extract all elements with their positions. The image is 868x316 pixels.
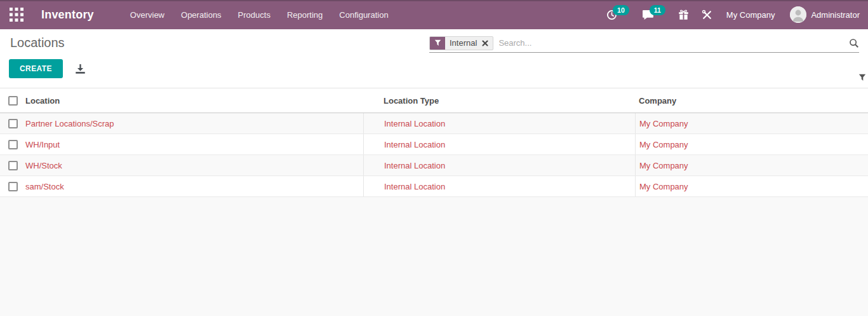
facet-filter-icon [430,37,445,50]
row-checkbox[interactable] [8,161,18,170]
company-cell: My Company [635,113,868,134]
search-input[interactable] [498,38,844,48]
company-switcher[interactable]: My Company [719,10,783,20]
top-navbar: Inventory Overview Operations Products R… [0,0,868,29]
nav-item-products[interactable]: Products [230,1,279,29]
location-type-cell: Internal Location [363,113,635,134]
row-checkbox[interactable] [8,119,18,128]
column-header-company[interactable]: Company [635,96,868,106]
systray: 10 11 My Company [600,6,860,23]
messages-button[interactable]: 11 [636,10,672,20]
row-checkbox[interactable] [8,182,18,191]
apps-menu-button[interactable] [8,6,25,23]
table-row[interactable]: Partner Locations/Scrap Internal Locatio… [0,113,868,134]
search-icon[interactable] [844,38,859,48]
export-button[interactable] [75,64,86,74]
column-header-location[interactable]: Location [25,96,363,106]
control-panel: Locations CREATE Internal [0,29,868,88]
table-row[interactable]: WH/Input Internal Location My Company [0,134,868,155]
create-button[interactable]: CREATE [9,59,63,78]
location-cell: WH/Input [25,140,363,149]
column-header-location-type[interactable]: Location Type [363,96,635,106]
nav-item-reporting[interactable]: Reporting [279,1,331,29]
download-icon [75,64,86,74]
activities-button[interactable]: 10 [600,10,636,20]
messages-badge: 11 [650,5,665,16]
empty-area [0,197,868,316]
filters-button[interactable]: Filters [858,73,868,83]
location-cell: WH/Stock [25,161,363,170]
nav-item-configuration[interactable]: Configuration [331,1,396,29]
select-all-checkbox[interactable] [8,96,18,106]
row-checkbox[interactable] [8,140,18,149]
location-type-cell: Internal Location [363,176,635,196]
facet-remove-icon[interactable] [481,37,493,50]
table-header: Location Location Type Company [0,88,868,113]
search-bar: Internal [429,35,859,53]
nav-menu: Overview Operations Products Reporting C… [122,1,397,29]
search-facet: Internal [429,36,493,50]
company-cell: My Company [635,176,868,196]
activities-badge: 10 [613,5,629,16]
table-body: Partner Locations/Scrap Internal Locatio… [0,113,868,197]
user-name: Administrator [811,10,860,20]
location-type-cell: Internal Location [363,155,635,175]
avatar [790,6,806,23]
rewards-button[interactable] [672,10,695,20]
tools-button[interactable] [695,10,719,20]
nav-item-overview[interactable]: Overview [122,1,173,29]
app-name[interactable]: Inventory [41,8,94,22]
company-cell: My Company [635,134,868,155]
nav-item-operations[interactable]: Operations [173,1,230,29]
user-menu[interactable]: Administrator [782,6,860,23]
table-row[interactable]: sam/Stock Internal Location My Company [0,176,868,197]
location-cell: sam/Stock [25,182,363,191]
table-row[interactable]: WH/Stock Internal Location My Company [0,155,868,176]
locations-table: Location Location Type Company Partner L… [0,88,868,197]
filter-icon [858,74,866,81]
gift-icon [678,10,689,20]
apps-grid-icon [10,8,23,22]
company-cell: My Company [635,155,868,175]
location-type-cell: Internal Location [363,134,635,155]
tools-icon [702,10,712,20]
page-title: Locations [10,36,65,50]
location-cell: Partner Locations/Scrap [25,119,363,128]
facet-label: Internal [445,37,481,50]
